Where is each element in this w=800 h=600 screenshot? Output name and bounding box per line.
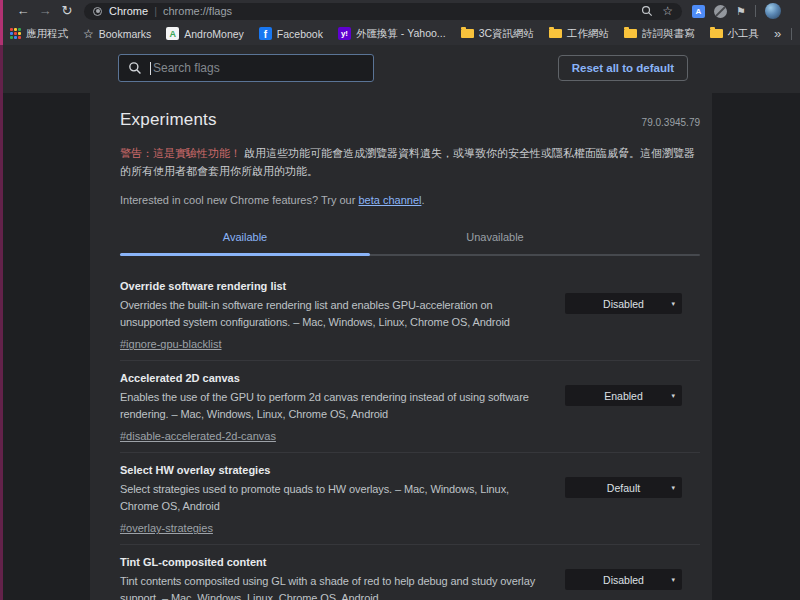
flag-extension-icon[interactable]: ⚑ <box>736 6 746 17</box>
dropdown-value: Disabled <box>603 298 644 310</box>
warning-emphasis: 警告：這是實驗性功能！ <box>120 147 241 159</box>
bookmark-label: 3C資訊網站 <box>479 27 534 41</box>
beta-channel-link[interactable]: beta channel <box>358 194 421 206</box>
promo-text: Interested in cool new Chrome features? … <box>120 194 358 206</box>
search-flags-input[interactable] <box>153 61 364 75</box>
flag-name: Override software rendering list <box>120 280 544 292</box>
bookmarks-bar-right: » 其他書籤 <box>774 26 800 41</box>
flag-control: Disabled ▾ <box>565 293 682 314</box>
back-icon[interactable]: ← <box>12 0 34 22</box>
flag-text: Override software rendering list Overrid… <box>120 280 544 352</box>
flag-control: Disabled ▾ <box>565 569 682 590</box>
omnibox-url: chrome://flags <box>163 5 232 17</box>
apps-grid-icon <box>10 28 21 39</box>
bookmark-label: Facebook <box>277 28 323 40</box>
flag-description: Enables the use of the GPU to perform 2d… <box>120 389 544 422</box>
flag-permalink[interactable]: #ignore-gpu-blacklist <box>120 338 222 350</box>
bookmark-folder-poetry[interactable]: 詩詞與書寫 <box>624 27 695 41</box>
page-title: Experiments <box>120 110 217 130</box>
bookmark-label: 外匯換算 - Yahoo... <box>356 27 446 41</box>
flag-name: Select HW overlay strategies <box>120 464 544 476</box>
flag-dropdown[interactable]: Disabled ▾ <box>565 293 682 314</box>
flag-description: Overrides the built-in software renderin… <box>120 297 544 330</box>
bookmark-item-facebook[interactable]: f Facebook <box>259 27 323 40</box>
omnibox-product-label: Chrome <box>109 5 148 17</box>
dropdown-value: Disabled <box>603 574 644 586</box>
yahoo-icon: y! <box>338 27 351 40</box>
bookmark-folder-3c[interactable]: 3C資訊網站 <box>461 27 534 41</box>
flag-control: Enabled ▾ <box>565 385 682 406</box>
bookmark-item-bookmarks[interactable]: ☆ Bookmarks <box>83 28 151 40</box>
flag-row-overlay-strategies: Select HW overlay strategies Select stra… <box>120 453 700 545</box>
extension-icons-area: A ⚑ <box>692 3 781 19</box>
active-tab-indicator <box>120 253 370 256</box>
flag-name: Tint GL-composited content <box>120 556 544 568</box>
bookmark-label: 小工具 <box>728 27 760 41</box>
bookmarks-separator <box>791 28 792 40</box>
translate-extension-icon[interactable]: A <box>692 5 705 18</box>
bookmark-item-yahoo-currency[interactable]: y! 外匯換算 - Yahoo... <box>338 27 446 41</box>
reload-icon[interactable]: ↻ <box>56 0 78 22</box>
search-icon <box>128 61 142 75</box>
flag-text: Select HW overlay strategies Select stra… <box>120 464 544 536</box>
bookmark-item-apps[interactable]: 應用程式 <box>10 27 68 41</box>
search-box[interactable] <box>118 54 374 82</box>
flag-row-accelerated-2d-canvas: Accelerated 2D canvas Enables the use of… <box>120 361 700 453</box>
folder-icon <box>710 29 723 38</box>
chevron-down-icon: ▾ <box>671 392 675 400</box>
reset-all-button[interactable]: Reset all to default <box>558 55 688 81</box>
text-cursor <box>150 62 151 75</box>
forward-icon[interactable]: → <box>34 0 56 22</box>
folder-icon <box>461 29 474 38</box>
omnibox[interactable]: Chrome | chrome://flags ☆ <box>84 3 682 20</box>
background-window-edge-bottom <box>0 45 3 600</box>
andromoney-icon: A <box>166 27 179 40</box>
flag-name: Accelerated 2D canvas <box>120 372 544 384</box>
bookmark-item-andromoney[interactable]: A AndroMoney <box>166 27 244 40</box>
zoom-icon[interactable] <box>641 5 653 17</box>
flag-dropdown[interactable]: Default ▾ <box>565 477 682 498</box>
browser-toolbar: ← → ↻ Chrome | chrome://flags ☆ A ⚑ <box>0 0 800 22</box>
dropdown-value: Default <box>607 482 640 494</box>
flag-text: Tint GL-composited content Tint contents… <box>120 556 544 600</box>
tab-strip: Available Unavailable <box>120 226 700 256</box>
flag-dropdown[interactable]: Disabled ▾ <box>565 569 682 590</box>
flag-permalink[interactable]: #disable-accelerated-2d-canvas <box>120 430 276 442</box>
tab-unavailable[interactable]: Unavailable <box>370 231 620 243</box>
flags-content-area: Experiments 79.0.3945.79 警告：這是實驗性功能！ 啟用這… <box>0 93 800 600</box>
flag-dropdown[interactable]: Enabled ▾ <box>565 385 682 406</box>
promo-suffix: . <box>421 194 424 206</box>
bookmark-star-icon[interactable]: ☆ <box>662 5 673 17</box>
flag-list: Override software rendering list Overrid… <box>120 269 700 600</box>
experiments-warning: 警告：這是實驗性功能！ 啟用這些功能可能會造成瀏覽器資料遺失，或導致你的安全性或… <box>120 144 698 180</box>
flags-panel: Experiments 79.0.3945.79 警告：這是實驗性功能！ 啟用這… <box>90 93 712 600</box>
profile-avatar[interactable] <box>765 3 781 19</box>
bookmark-label: 詩詞與書寫 <box>642 27 695 41</box>
chevron-down-icon: ▾ <box>671 300 675 308</box>
chrome-version: 79.0.3945.79 <box>642 117 700 130</box>
flag-row-ignore-gpu-blacklist: Override software rendering list Overrid… <box>120 269 700 361</box>
folder-icon <box>549 29 562 38</box>
beta-promo: Interested in cool new Chrome features? … <box>120 194 700 206</box>
bookmarks-bar: 應用程式 ☆ Bookmarks A AndroMoney f Facebook… <box>0 22 800 45</box>
dropdown-value: Enabled <box>604 390 643 402</box>
flag-control: Default ▾ <box>565 477 682 498</box>
panel-header: Experiments 79.0.3945.79 <box>120 110 700 130</box>
bookmarks-overflow-icon[interactable]: » <box>774 26 781 41</box>
flag-text: Accelerated 2D canvas Enables the use of… <box>120 372 544 444</box>
omnibox-divider: | <box>154 5 157 17</box>
flag-description: Tint contents composited using GL with a… <box>120 573 544 600</box>
blocker-extension-icon[interactable] <box>714 5 727 18</box>
folder-icon <box>624 29 637 38</box>
flag-row-tint-gl-composited: Tint GL-composited content Tint contents… <box>120 545 700 600</box>
bookmark-folder-tools[interactable]: 小工具 <box>710 27 760 41</box>
chrome-page-icon <box>93 7 102 16</box>
tab-available[interactable]: Available <box>120 231 370 243</box>
chevron-down-icon: ▾ <box>671 484 675 492</box>
background-window-edge-top <box>0 0 3 45</box>
flag-permalink[interactable]: #overlay-strategies <box>120 522 213 534</box>
bookmark-folder-work[interactable]: 工作網站 <box>549 27 609 41</box>
facebook-icon: f <box>259 27 272 40</box>
bookmark-label: 工作網站 <box>567 27 609 41</box>
toolbar-separator <box>755 5 756 17</box>
